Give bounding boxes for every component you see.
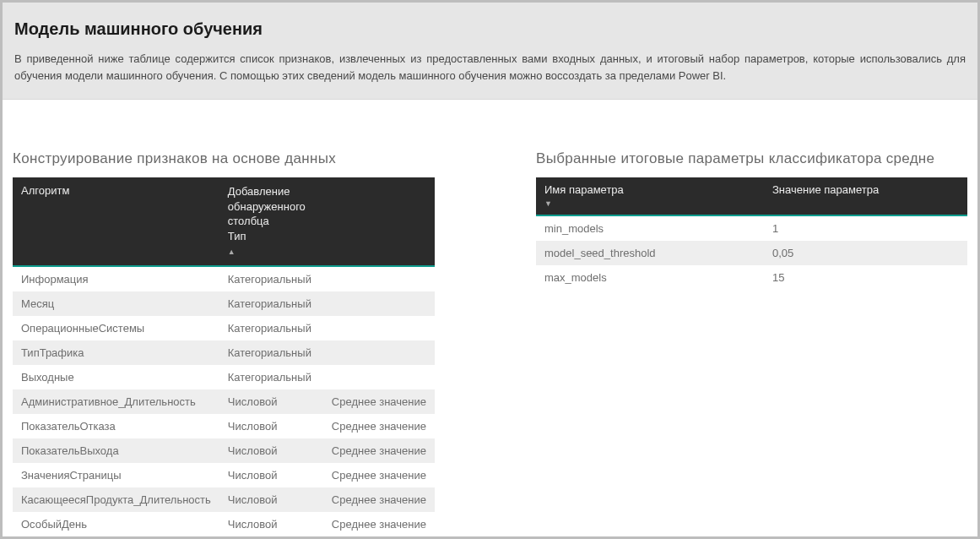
cell-detail xyxy=(323,365,435,389)
cell-algorithm: КасающеесяПродукта_Длительность xyxy=(13,487,219,512)
feature-col-type-line2: Тип xyxy=(228,230,246,242)
cell-type: Категориальный xyxy=(219,316,323,340)
cell-detail xyxy=(323,291,435,316)
cell-detail: Среднее значение xyxy=(323,438,435,463)
cell-algorithm: Выходные xyxy=(13,365,219,389)
cell-param-value: 0,05 xyxy=(764,241,967,265)
cell-param-name: min_models xyxy=(536,215,764,241)
table-row[interactable]: min_models1 xyxy=(536,215,967,241)
sort-desc-icon: ▼ xyxy=(544,199,552,208)
table-row[interactable]: ИнформацияКатегориальный xyxy=(13,266,435,291)
table-row[interactable]: ОперационныеСистемыКатегориальный xyxy=(13,316,435,340)
param-col-name-label: Имя параметра xyxy=(544,183,624,196)
cell-param-name: model_seed_threshold xyxy=(536,241,764,265)
cell-detail: Среднее значение xyxy=(323,389,435,414)
feature-col-type[interactable]: Добавление обнаруженного столбца Тип ▲ xyxy=(219,177,323,266)
cell-detail xyxy=(323,340,435,365)
feature-col-type-line1: Добавление обнаруженного столбца xyxy=(228,185,306,227)
cell-algorithm: ПоказательВыхода xyxy=(13,438,219,463)
table-row[interactable]: ТипТрафикаКатегориальный xyxy=(13,340,435,365)
cell-algorithm: Месяц xyxy=(13,291,219,316)
table-row[interactable]: max_models15 xyxy=(536,265,967,290)
cell-detail: Среднее значение xyxy=(323,463,435,487)
hyperparams-section: Выбранные итоговые параметры классификат… xyxy=(536,150,967,536)
param-col-name[interactable]: Имя параметра ▼ xyxy=(536,177,764,215)
feature-table: Алгоритм Добавление обнаруженного столбц… xyxy=(13,177,435,536)
page-title: Модель машинного обучения xyxy=(14,19,966,39)
header-panel: Модель машинного обучения В приведенной … xyxy=(3,3,977,100)
cell-param-value: 15 xyxy=(764,265,967,290)
cell-algorithm: ОсобыйДень xyxy=(13,512,219,536)
sort-asc-icon: ▲ xyxy=(228,248,236,256)
table-row[interactable]: ПоказательВыходаЧисловойСреднее значение xyxy=(13,438,435,463)
cell-algorithm: ТипТрафика xyxy=(13,340,219,365)
content-area: Конструирование признаков на основе данн… xyxy=(3,100,977,539)
cell-type: Категориальный xyxy=(219,266,323,291)
hyperparams-section-title: Выбранные итоговые параметры классификат… xyxy=(536,150,967,167)
cell-type: Числовой xyxy=(219,512,323,536)
cell-algorithm: ЗначенияСтраницы xyxy=(13,463,219,487)
cell-algorithm: Административное_Длительность xyxy=(13,389,219,414)
param-col-value[interactable]: Значение параметра xyxy=(764,177,967,215)
page-description: В приведенной ниже таблице содержится сп… xyxy=(14,51,966,84)
feature-engineering-section: Конструирование признаков на основе данн… xyxy=(13,150,435,536)
cell-detail: Среднее значение xyxy=(323,512,435,536)
cell-algorithm: ОперационныеСистемы xyxy=(13,316,219,340)
table-row[interactable]: КасающеесяПродукта_ДлительностьЧисловойС… xyxy=(13,487,435,512)
cell-detail xyxy=(323,316,435,340)
cell-type: Числовой xyxy=(219,438,323,463)
table-row[interactable]: model_seed_threshold0,05 xyxy=(536,241,967,265)
cell-type: Числовой xyxy=(219,389,323,414)
table-row[interactable]: ПоказательОтказаЧисловойСреднее значение xyxy=(13,414,435,438)
cell-type: Числовой xyxy=(219,487,323,512)
table-row[interactable]: ЗначенияСтраницыЧисловойСреднее значение xyxy=(13,463,435,487)
cell-algorithm: ПоказательОтказа xyxy=(13,414,219,438)
table-row[interactable]: Административное_ДлительностьЧисловойСре… xyxy=(13,389,435,414)
cell-detail: Среднее значение xyxy=(323,487,435,512)
cell-param-name: max_models xyxy=(536,265,764,290)
feature-col-algorithm[interactable]: Алгоритм xyxy=(13,177,219,266)
feature-col-detail[interactable] xyxy=(323,177,435,266)
cell-type: Числовой xyxy=(219,414,323,438)
cell-type: Категориальный xyxy=(219,340,323,365)
cell-type: Категориальный xyxy=(219,291,323,316)
cell-detail: Среднее значение xyxy=(323,414,435,438)
cell-algorithm: Информация xyxy=(13,266,219,291)
cell-type: Категориальный xyxy=(219,365,323,389)
cell-type: Числовой xyxy=(219,463,323,487)
table-row[interactable]: ВыходныеКатегориальный xyxy=(13,365,435,389)
hyperparams-table: Имя параметра ▼ Значение параметра min_m… xyxy=(536,177,967,290)
table-row[interactable]: МесяцКатегориальный xyxy=(13,291,435,316)
feature-section-title: Конструирование признаков на основе данн… xyxy=(13,150,435,167)
table-row[interactable]: ОсобыйДеньЧисловойСреднее значение xyxy=(13,512,435,536)
cell-param-value: 1 xyxy=(764,215,967,241)
cell-detail xyxy=(323,266,435,291)
